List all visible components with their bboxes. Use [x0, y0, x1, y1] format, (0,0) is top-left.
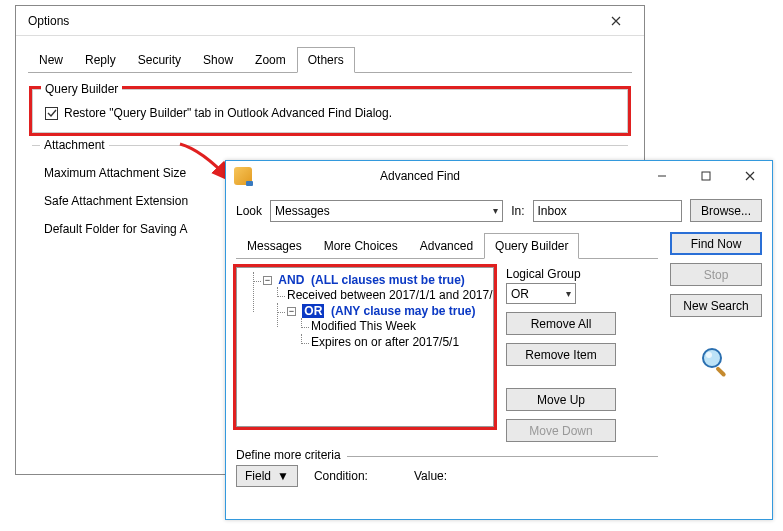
- look-label: Look: [236, 204, 262, 218]
- magnifier-icon: [699, 345, 733, 379]
- logical-group-label: Logical Group: [506, 267, 616, 281]
- restore-qb-checkbox-row[interactable]: Restore "Query Builder" tab in Outlook A…: [45, 106, 615, 120]
- tab-security[interactable]: Security: [127, 47, 192, 73]
- tree-node-received[interactable]: Received between 2017/1/1 and 2017/3/31: [277, 287, 491, 303]
- move-up-button[interactable]: Move Up: [506, 388, 616, 411]
- options-title: Options: [24, 14, 596, 28]
- query-tree[interactable]: − AND (ALL clauses must be true) Receive…: [236, 267, 494, 427]
- maximize-button[interactable]: [684, 162, 728, 190]
- tab-query-builder[interactable]: Query Builder: [484, 233, 579, 259]
- find-now-button[interactable]: Find Now: [670, 232, 762, 255]
- query-builder-legend: Query Builder: [41, 82, 122, 96]
- query-builder-group: Query Builder Restore "Query Builder" ta…: [32, 89, 628, 133]
- tab-reply[interactable]: Reply: [74, 47, 127, 73]
- attachment-legend: Attachment: [40, 138, 109, 152]
- close-icon: [611, 16, 621, 26]
- remove-item-button[interactable]: Remove Item: [506, 343, 616, 366]
- in-field[interactable]: Inbox: [533, 200, 682, 222]
- checkmark-icon: [47, 108, 57, 118]
- close-icon: [745, 171, 755, 181]
- new-search-button[interactable]: New Search: [670, 294, 762, 317]
- svg-rect-0: [702, 172, 710, 180]
- browse-button[interactable]: Browse...: [690, 199, 762, 222]
- in-value: Inbox: [538, 204, 567, 218]
- tab-advanced[interactable]: Advanced: [409, 233, 484, 259]
- advfind-top-row: Look Messages ▾ In: Inbox Browse...: [236, 199, 762, 222]
- value-label: Value:: [414, 469, 447, 483]
- look-value: Messages: [275, 204, 330, 218]
- options-close-button[interactable]: [596, 9, 636, 33]
- advfind-close-button[interactable]: [728, 162, 772, 190]
- logical-group-dropdown[interactable]: OR ▾: [506, 283, 576, 304]
- tab-show[interactable]: Show: [192, 47, 244, 73]
- logical-group-value: OR: [511, 287, 529, 301]
- chevron-down-icon: ▾: [493, 205, 498, 216]
- advfind-title: Advanced Find: [260, 169, 640, 183]
- options-tabs: New Reply Security Show Zoom Others: [28, 46, 632, 73]
- tree-node-expires[interactable]: Expires on or after 2017/5/1: [301, 334, 491, 350]
- tab-zoom[interactable]: Zoom: [244, 47, 297, 73]
- look-dropdown[interactable]: Messages ▾: [270, 200, 503, 222]
- tree-node-or[interactable]: − OR (ANY clause may be true) Modified T…: [277, 303, 491, 351]
- svg-point-1: [703, 349, 721, 367]
- collapse-icon[interactable]: −: [287, 307, 296, 316]
- advfind-app-icon: [234, 167, 252, 185]
- tab-more-choices[interactable]: More Choices: [313, 233, 409, 259]
- triangle-down-icon: ▼: [277, 469, 289, 483]
- advfind-tabs: Messages More Choices Advanced Query Bui…: [236, 232, 658, 259]
- advfind-titlebar: Advanced Find: [226, 161, 772, 191]
- define-criteria-group: Define more criteria Field ▼ Condition: …: [236, 456, 658, 487]
- tab-others[interactable]: Others: [297, 47, 355, 73]
- tab-new[interactable]: New: [28, 47, 74, 73]
- move-down-button[interactable]: Move Down: [506, 419, 616, 442]
- tree-node-and[interactable]: − AND (ALL clauses must be true) Receive…: [253, 272, 491, 352]
- advanced-find-window: Advanced Find Look Messages ▾ In: Inbox …: [225, 160, 773, 520]
- chevron-down-icon: ▾: [566, 288, 571, 299]
- tab-messages[interactable]: Messages: [236, 233, 313, 259]
- condition-label: Condition:: [314, 469, 368, 483]
- minimize-icon: [657, 171, 667, 181]
- field-dropdown-button[interactable]: Field ▼: [236, 465, 298, 487]
- stop-button[interactable]: Stop: [670, 263, 762, 286]
- in-label: In:: [511, 204, 524, 218]
- restore-qb-label: Restore "Query Builder" tab in Outlook A…: [64, 106, 392, 120]
- svg-point-2: [706, 352, 712, 358]
- maximize-icon: [701, 171, 711, 181]
- remove-all-button[interactable]: Remove All: [506, 312, 616, 335]
- define-criteria-legend: Define more criteria: [236, 448, 347, 462]
- tree-node-modified[interactable]: Modified This Week: [301, 318, 491, 334]
- collapse-icon[interactable]: −: [263, 276, 272, 285]
- restore-qb-checkbox[interactable]: [45, 107, 58, 120]
- minimize-button[interactable]: [640, 162, 684, 190]
- options-titlebar: Options: [16, 6, 644, 36]
- advfind-action-column: Find Now Stop New Search: [670, 232, 762, 379]
- query-controls-column: Logical Group OR ▾ Remove All Remove Ite…: [506, 267, 616, 442]
- svg-rect-3: [715, 366, 726, 377]
